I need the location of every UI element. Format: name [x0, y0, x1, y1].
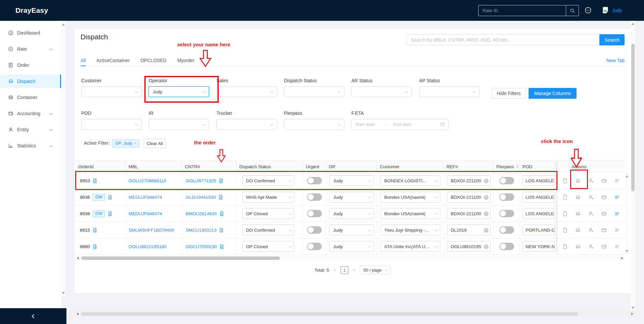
assign-user-icon[interactable]: [588, 178, 594, 184]
file-search-icon[interactable]: [92, 228, 97, 233]
tab-all[interactable]: All: [81, 55, 86, 66]
content-horizontal-scrollbar[interactable]: [66, 311, 635, 317]
page-size-select[interactable]: 50 / page: [360, 266, 391, 274]
manage-columns-button[interactable]: Manage Columns: [529, 88, 577, 99]
prev-page-button[interactable]: <: [333, 267, 337, 273]
memo-lines-icon[interactable]: [614, 194, 620, 200]
sidebar-item-statistics[interactable]: Statistics: [0, 139, 61, 152]
memo-lines-icon[interactable]: [614, 244, 620, 249]
memo-lines-icon[interactable]: [614, 178, 620, 184]
sort-icon[interactable]: [516, 165, 518, 168]
file-icon[interactable]: [562, 227, 568, 233]
sidebar-vertical-scrollbar[interactable]: [61, 21, 66, 297]
urgent-toggle[interactable]: [307, 177, 322, 184]
file-icon[interactable]: [562, 178, 568, 184]
pod-select[interactable]: PORTLAND-O: [523, 225, 555, 235]
clear-icon[interactable]: [484, 179, 489, 183]
hide-filters-button[interactable]: Hide Filters: [492, 88, 526, 99]
sidebar-collapse-button[interactable]: [0, 308, 66, 324]
memo-lines-icon[interactable]: [614, 227, 620, 233]
sidebar-item-accounting[interactable]: Accounting: [0, 107, 61, 120]
rate-search-button[interactable]: [566, 5, 579, 16]
truck-icon[interactable]: [575, 194, 581, 200]
billing-icon[interactable]: [601, 178, 607, 184]
file-icon[interactable]: [562, 211, 568, 217]
pod-select[interactable]: LOS ANGELE: [523, 208, 555, 219]
file-icon[interactable]: [562, 194, 568, 200]
file-search-icon[interactable]: [92, 244, 97, 249]
dispatch-status-select[interactable]: DO Confirmed: [242, 175, 294, 186]
billing-icon[interactable]: [601, 194, 607, 200]
sidebar-item-rate[interactable]: RRate: [0, 42, 61, 56]
ref-input[interactable]: BDXOI-221100: [447, 192, 491, 202]
table-vertical-scrollbar[interactable]: [625, 173, 629, 255]
file-search-icon[interactable]: [219, 228, 224, 233]
filter-ir-select[interactable]: [149, 119, 209, 130]
mbl-link[interactable]: MEDUJF846474: [129, 211, 162, 216]
assign-user-icon[interactable]: [588, 211, 594, 217]
table-search-input[interactable]: [406, 34, 599, 45]
pierpass-toggle[interactable]: [499, 243, 514, 250]
file-search-icon[interactable]: [92, 178, 97, 183]
op-select[interactable]: Judy: [330, 192, 374, 202]
file-icon[interactable]: [562, 244, 568, 249]
file-search-icon[interactable]: [107, 195, 112, 200]
assign-user-icon[interactable]: [588, 227, 594, 233]
clear-icon[interactable]: [484, 228, 489, 233]
pod-select[interactable]: LOS ANGELE: [523, 192, 555, 202]
tab-opclosed[interactable]: OPCLOSED: [140, 55, 166, 66]
next-page-button[interactable]: >: [352, 267, 356, 273]
cntr-link[interactable]: BMOU2814630: [186, 211, 217, 216]
truck-icon[interactable]: [575, 227, 581, 233]
search-button[interactable]: Search: [599, 34, 625, 45]
urgent-toggle[interactable]: [307, 193, 322, 201]
dispatch-status-select[interactable]: DO Confirmed: [242, 225, 294, 235]
memo-lines-icon[interactable]: [614, 211, 620, 217]
customer-select[interactable]: BONDEX LOGISTI...: [381, 175, 440, 186]
op-select[interactable]: Judy: [330, 225, 374, 235]
customer-select[interactable]: Bondex USA(naomi): [381, 208, 440, 219]
ref-input[interactable]: BDXOI-221100: [447, 208, 491, 219]
app-logo[interactable]: DrayEasy: [15, 0, 48, 21]
mbl-link[interactable]: OOLU2708666110: [129, 178, 166, 183]
ref-input[interactable]: BDXOI-221100: [447, 175, 491, 186]
op-select[interactable]: Judy: [330, 175, 374, 186]
sidebar-item-dispatch[interactable]: Dispatch: [0, 75, 61, 88]
pierpass-toggle[interactable]: [499, 193, 514, 201]
mbl-link[interactable]: SMLMSHFF1B079400: [129, 228, 174, 233]
filter-dispatch-status-select[interactable]: [284, 86, 344, 97]
filter-sales-select[interactable]: [216, 86, 277, 97]
username[interactable]: Judy: [612, 0, 622, 21]
tab-activecontainer[interactable]: ActiveContainer: [97, 55, 130, 66]
file-search-icon[interactable]: [219, 211, 224, 216]
pierpass-toggle[interactable]: [499, 210, 514, 217]
assign-user-icon[interactable]: [588, 244, 594, 249]
ref-input[interactable]: OOLU8810195: [447, 241, 491, 252]
file-search-icon[interactable]: [219, 244, 224, 249]
page-number-button[interactable]: 1: [341, 266, 348, 274]
mbl-link[interactable]: MEDUJF846474: [129, 195, 162, 200]
new-tab-link[interactable]: New Tab: [606, 58, 625, 63]
billing-icon[interactable]: [601, 244, 607, 249]
truck-icon[interactable]: [575, 244, 581, 249]
assign-user-icon[interactable]: [588, 194, 594, 200]
table-horizontal-scrollbar[interactable]: [76, 256, 625, 261]
sidebar-item-order[interactable]: Order: [0, 58, 61, 72]
truck-icon[interactable]: [575, 178, 581, 184]
filter-pierpass-select[interactable]: [284, 119, 344, 130]
pierpass-toggle[interactable]: [499, 177, 514, 184]
cntr-link[interactable]: GLDU3441530: [186, 195, 216, 200]
cntr-link[interactable]: SMCU1303213: [186, 228, 216, 233]
ref-input[interactable]: DL1019: [447, 225, 491, 235]
active-filter-tag[interactable]: OP: Judy ×: [112, 139, 139, 147]
billing-icon[interactable]: [601, 211, 607, 217]
avatar-image-icon[interactable]: [602, 6, 609, 14]
filter-ap-status-select[interactable]: [419, 86, 480, 97]
content-vertical-scrollbar[interactable]: [631, 21, 635, 311]
mbl-link[interactable]: OOLU8810195180: [129, 244, 166, 249]
sidebar-item-container[interactable]: Container: [0, 91, 61, 104]
filter-pod-select[interactable]: [81, 119, 142, 130]
dispatch-status-select[interactable]: OP Closed: [242, 241, 294, 252]
urgent-toggle[interactable]: [307, 226, 322, 234]
tag-close-icon[interactable]: ×: [134, 141, 136, 146]
